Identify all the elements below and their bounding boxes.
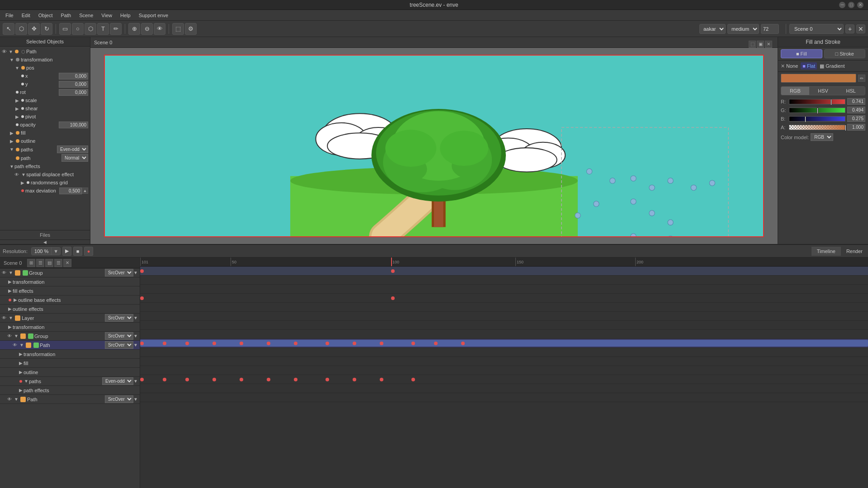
g-value[interactable] bbox=[847, 107, 865, 113]
tl-expand-group2[interactable]: ▼ bbox=[14, 333, 19, 339]
prop-y[interactable]: y bbox=[0, 80, 90, 88]
menu-file[interactable]: File bbox=[2, 12, 17, 19]
expand-randomness[interactable]: ▶ bbox=[20, 180, 25, 185]
quality-select[interactable]: medium bbox=[727, 24, 759, 34]
tl-list[interactable]: ☰ bbox=[36, 259, 44, 267]
tool-rect[interactable]: ▭ bbox=[59, 23, 71, 35]
kf-p-7[interactable] bbox=[326, 342, 329, 345]
kf-p-2[interactable] bbox=[185, 342, 189, 345]
kf-p-6[interactable] bbox=[294, 342, 297, 345]
eye-icon[interactable]: 👁 bbox=[2, 49, 8, 54]
kf-group-0[interactable] bbox=[140, 269, 144, 273]
tool-paint[interactable]: ✏ bbox=[110, 23, 122, 35]
remove-scene-button[interactable]: ✕ bbox=[856, 24, 865, 33]
kf-pp-7[interactable] bbox=[326, 378, 329, 381]
tl-expand-path2[interactable]: ▼ bbox=[14, 397, 19, 402]
kf-pp-1[interactable] bbox=[163, 378, 166, 381]
rot-value[interactable] bbox=[59, 89, 88, 96]
tl-expand-pf[interactable]: ▶ bbox=[18, 361, 24, 366]
tl-group2[interactable]: 👁 ▼ Group SrcOver ▼ bbox=[0, 332, 140, 341]
tl-expand-pp[interactable]: ▼ bbox=[24, 379, 29, 384]
tl-path-effects2[interactable]: ▶ path effects bbox=[0, 386, 140, 395]
tool-extra2[interactable]: ⚙ bbox=[185, 23, 197, 35]
opacity-value[interactable] bbox=[59, 122, 88, 128]
r-slider[interactable] bbox=[789, 99, 845, 104]
tl-group-arrow[interactable]: ▼ bbox=[133, 270, 138, 275]
prop-max-deviation[interactable]: max deviation ▲ bbox=[0, 187, 90, 195]
expand-path[interactable]: ▼ bbox=[8, 49, 14, 54]
deviation-arrow[interactable]: ▲ bbox=[82, 188, 88, 194]
tool-select[interactable]: ↖ bbox=[3, 23, 14, 35]
tool-text[interactable]: T bbox=[97, 23, 109, 35]
kf-pp-5[interactable] bbox=[267, 378, 270, 381]
files-button[interactable]: Files bbox=[0, 230, 90, 239]
kf-p-1[interactable] bbox=[163, 342, 166, 345]
prop-transformation[interactable]: ▼ transformation bbox=[0, 56, 90, 64]
panel-collapse[interactable]: ◀ bbox=[0, 239, 90, 244]
prop-path-effects[interactable]: ▼ path effects bbox=[0, 162, 90, 170]
tl-expand-group[interactable]: ▼ bbox=[8, 270, 14, 276]
tl-path-paths[interactable]: ▼ paths Even-odd ▼ bbox=[0, 377, 140, 386]
canvas-split1[interactable]: ⬚ bbox=[749, 41, 756, 48]
tl-group2-blend[interactable]: SrcOver bbox=[105, 332, 133, 340]
tl-path2-blend[interactable]: SrcOver bbox=[105, 395, 133, 403]
font-select[interactable]: aakar bbox=[699, 24, 726, 34]
canvas-split2[interactable]: ▣ bbox=[757, 41, 764, 48]
kf-p-11[interactable] bbox=[434, 342, 438, 345]
tl-expand-obe[interactable]: ▶ bbox=[13, 297, 18, 303]
prop-path-item[interactable]: path Normal bbox=[0, 154, 90, 162]
tl-fill-effects[interactable]: ▶ fill effects bbox=[0, 286, 140, 296]
expand-transformation[interactable]: ▼ bbox=[9, 57, 14, 62]
prop-pivot[interactable]: ▶ pivot bbox=[0, 113, 90, 121]
tl-pp-arrow[interactable]: ▼ bbox=[133, 379, 138, 384]
kf-p-10[interactable] bbox=[411, 342, 415, 345]
path-mode[interactable]: Normal bbox=[61, 154, 88, 162]
play-button[interactable]: ▶ bbox=[62, 247, 71, 256]
tl-group-blend[interactable]: SrcOver bbox=[105, 269, 133, 277]
tl-path-transformation[interactable]: ▶ transformation bbox=[0, 350, 140, 359]
tl-transformation2[interactable]: ▶ transformation bbox=[0, 323, 140, 332]
kf-p-8[interactable] bbox=[353, 342, 356, 345]
add-scene-button[interactable]: + bbox=[845, 24, 854, 33]
tl-add[interactable]: ⊞ bbox=[27, 259, 35, 267]
y-value[interactable] bbox=[59, 81, 88, 88]
tl-expand-oe[interactable]: ▶ bbox=[7, 306, 13, 312]
x-value[interactable] bbox=[59, 73, 88, 80]
rgb-tab[interactable]: RGB bbox=[781, 87, 809, 95]
color-edit-button[interactable]: ✏ bbox=[858, 75, 865, 82]
kf-pp-2[interactable] bbox=[185, 378, 189, 381]
tool-path2[interactable]: ⬡ bbox=[85, 23, 96, 35]
stop-button[interactable]: ■ bbox=[73, 247, 82, 256]
kf-obe-100[interactable] bbox=[391, 296, 395, 300]
expand-spatial[interactable]: ▼ bbox=[21, 172, 26, 177]
b-value[interactable] bbox=[847, 115, 865, 122]
kf-pp-10[interactable] bbox=[411, 378, 415, 381]
scene-canvas[interactable] bbox=[105, 56, 763, 236]
stroke-tab[interactable]: □ Stroke bbox=[824, 49, 866, 58]
kf-p-9[interactable] bbox=[380, 342, 383, 345]
tl-grid[interactable]: ▤ bbox=[45, 259, 53, 267]
zoom-input[interactable] bbox=[761, 24, 779, 34]
tl-eye-group[interactable]: 👁 bbox=[2, 270, 8, 275]
menu-help[interactable]: Help bbox=[117, 12, 134, 19]
tl-layer-blend[interactable]: SrcOver bbox=[105, 314, 133, 322]
tl-path-arrow[interactable]: ▼ bbox=[133, 343, 138, 347]
prop-paths[interactable]: ▼ paths Even-odd bbox=[0, 145, 90, 154]
kf-p-0[interactable] bbox=[140, 342, 144, 345]
tool-rotate[interactable]: ↻ bbox=[41, 23, 52, 35]
expand-fill[interactable]: ▶ bbox=[9, 130, 14, 136]
tool-move[interactable]: ✥ bbox=[28, 23, 40, 35]
eye-spatial[interactable]: 👁 bbox=[14, 172, 21, 177]
prop-spatial-displace[interactable]: 👁 ▼ spatial displace effect bbox=[0, 170, 90, 178]
kf-pp-9[interactable] bbox=[380, 378, 383, 381]
kf-p-4[interactable] bbox=[240, 342, 243, 345]
a-value[interactable] bbox=[847, 124, 865, 131]
expand-outline[interactable]: ▶ bbox=[9, 138, 14, 144]
prop-shear[interactable]: ▶ shear bbox=[0, 104, 90, 113]
tl-expand-pe2[interactable]: ▶ bbox=[18, 388, 24, 393]
tl-path2-arrow[interactable]: ▼ bbox=[133, 397, 138, 402]
tl-eye-path[interactable]: 👁 bbox=[13, 343, 19, 347]
maximize-button[interactable]: □ bbox=[848, 2, 854, 8]
expand-paths[interactable]: ▼ bbox=[9, 147, 14, 152]
tl-expand-pt[interactable]: ▶ bbox=[18, 352, 24, 357]
